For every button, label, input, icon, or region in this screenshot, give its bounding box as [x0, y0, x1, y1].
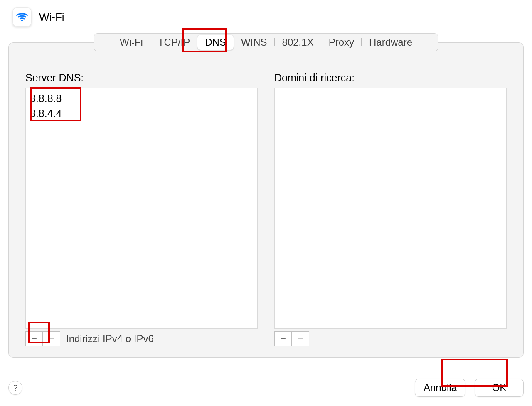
help-icon: ?	[13, 383, 17, 393]
tab-bar: Wi-Fi TCP/IP DNS WINS 802.1X Proxy Hardw…	[94, 33, 438, 51]
tab-8021x[interactable]: 802.1X	[275, 35, 321, 50]
svg-point-0	[21, 20, 23, 21]
tab-proxy[interactable]: Proxy	[321, 35, 362, 50]
dns-panel: Server DNS: 8.8.8.88.8.4.4 + − Indirizzi…	[8, 42, 524, 358]
search-domains-column: Domini di ricerca: + −	[274, 72, 507, 346]
dns-servers-hint: Indirizzi IPv4 o IPv6	[66, 333, 154, 345]
tab-wifi[interactable]: Wi-Fi	[112, 35, 150, 50]
dns-servers-column: Server DNS: 8.8.8.88.8.4.4 + − Indirizzi…	[25, 72, 258, 346]
minus-icon: −	[48, 333, 54, 345]
plus-icon: +	[31, 333, 37, 345]
tab-tcpip[interactable]: TCP/IP	[150, 35, 197, 50]
cancel-button[interactable]: Annulla	[415, 379, 466, 397]
minus-icon: −	[297, 333, 303, 345]
dns-servers-list[interactable]: 8.8.8.88.8.4.4	[25, 88, 258, 328]
tab-dns[interactable]: DNS	[197, 35, 234, 50]
dns-servers-label: Server DNS:	[25, 72, 258, 84]
search-domains-list[interactable]	[274, 88, 507, 328]
wifi-icon	[12, 7, 32, 27]
ok-button[interactable]: OK	[475, 379, 524, 397]
tab-wins[interactable]: WINS	[234, 35, 275, 50]
dns-servers-remove-button[interactable]: −	[43, 331, 60, 346]
dns-servers-add-button[interactable]: +	[25, 331, 43, 346]
window-title: Wi-Fi	[39, 11, 64, 24]
list-item[interactable]: 8.8.4.4	[30, 106, 253, 121]
plus-icon: +	[280, 333, 286, 345]
search-domains-remove-button[interactable]: −	[292, 331, 309, 346]
list-item[interactable]: 8.8.8.8	[30, 91, 253, 106]
window-header: Wi-Fi	[8, 4, 524, 31]
help-button[interactable]: ?	[8, 381, 22, 395]
search-domains-add-button[interactable]: +	[274, 331, 292, 346]
search-domains-label: Domini di ricerca:	[274, 72, 507, 84]
tab-hardware[interactable]: Hardware	[362, 35, 420, 50]
